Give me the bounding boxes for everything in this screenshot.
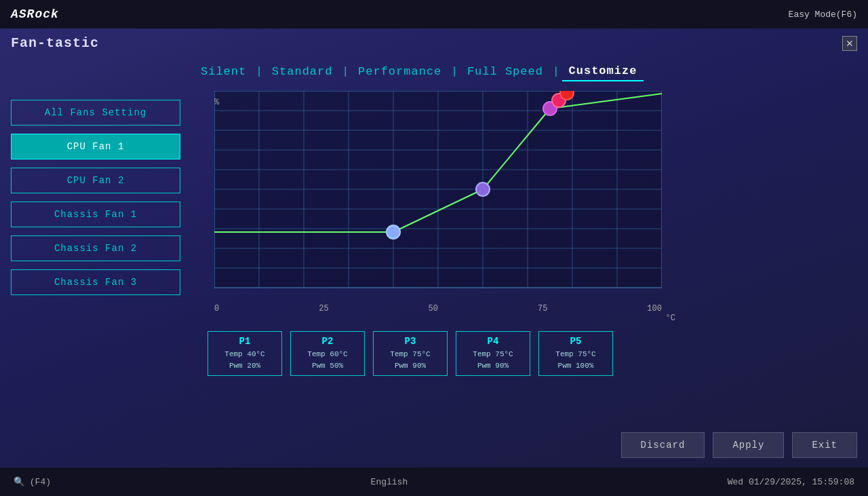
point-p1-name: P1 xyxy=(218,336,272,347)
point-p1[interactable]: P1 Temp 40°CPwm 20% xyxy=(208,331,282,376)
page-title: Fan-tastic xyxy=(11,35,99,51)
x-label-25: 25 xyxy=(319,304,328,313)
point-p2-info: Temp 60°CPwm 50% xyxy=(300,349,355,371)
y-axis-label: % xyxy=(214,98,219,107)
c-label: °C xyxy=(214,313,675,323)
point-p2-name: P2 xyxy=(300,336,355,347)
exit-button[interactable]: Exit xyxy=(792,432,857,458)
point-p4[interactable]: P4 Temp 75°CPwm 90% xyxy=(456,331,530,376)
x-label-100: 100 xyxy=(647,304,662,313)
sidebar-btn-chassis-fan2[interactable]: Chassis Fan 2 xyxy=(11,235,180,261)
top-bar: ASRock Easy Mode(F6) xyxy=(0,0,868,28)
apply-button[interactable]: Apply xyxy=(713,432,784,458)
tab-performance[interactable]: Performance xyxy=(351,62,448,81)
main-content: Fan-tastic ✕ All Fans Setting CPU Fan 1 … xyxy=(0,28,868,468)
point-p5-info: Temp 75°CPwm 100% xyxy=(549,349,603,371)
point-p4-info: Temp 75°CPwm 90% xyxy=(466,349,520,371)
points-row: P1 Temp 40°CPwm 20% P2 Temp 60°CPwm 50% … xyxy=(208,331,857,376)
sidebar-btn-cpu-fan2[interactable]: CPU Fan 2 xyxy=(11,168,180,193)
chart-area: Silent | Standard | Performance | Full S… xyxy=(180,59,857,423)
tab-silent[interactable]: Silent xyxy=(194,62,253,81)
body-area: All Fans Setting CPU Fan 1 CPU Fan 2 Cha… xyxy=(0,54,868,423)
status-bar: 🔍 (F4) English Wed 01/29/2025, 15:59:08 xyxy=(0,468,868,496)
header-row: Fan-tastic ✕ xyxy=(0,28,868,54)
sidebar-btn-chassis-fan1[interactable]: Chassis Fan 1 xyxy=(11,202,180,227)
sidebar-btn-all-fans[interactable]: All Fans Setting xyxy=(11,100,180,126)
graph-container: % xyxy=(214,91,857,323)
point-p3-info: Temp 75°CPwm 90% xyxy=(383,349,437,371)
point-p5-name: P5 xyxy=(549,336,603,347)
language-label[interactable]: English xyxy=(371,477,408,487)
point-p4-name: P4 xyxy=(466,336,520,347)
fan-curve-chart[interactable]: 100 50 0 xyxy=(214,91,662,301)
sidebar: All Fans Setting CPU Fan 1 CPU Fan 2 Cha… xyxy=(11,59,180,423)
easy-mode-label: Easy Mode(F6) xyxy=(789,9,857,20)
x-label-50: 50 xyxy=(429,304,438,313)
point-p1-info: Temp 40°CPwm 20% xyxy=(218,349,272,371)
close-button[interactable]: ✕ xyxy=(842,36,857,51)
point-p3[interactable]: P3 Temp 75°CPwm 90% xyxy=(373,331,448,376)
point-p3-name: P3 xyxy=(383,336,437,347)
x-label-0: 0 xyxy=(214,304,219,313)
tab-customize[interactable]: Customize xyxy=(562,62,644,81)
discard-button[interactable]: Discard xyxy=(621,432,705,458)
mode-tabs: Silent | Standard | Performance | Full S… xyxy=(194,59,857,81)
asrock-logo: ASRock xyxy=(11,7,59,21)
graph-wrapper: % xyxy=(194,91,857,323)
sidebar-btn-cpu-fan1[interactable]: CPU Fan 1 xyxy=(11,134,180,159)
svg-point-34 xyxy=(560,91,574,100)
point-p5[interactable]: P5 Temp 75°CPwm 100% xyxy=(538,331,613,376)
tab-fullspeed[interactable]: Full Speed xyxy=(460,62,550,81)
sidebar-btn-chassis-fan3[interactable]: Chassis Fan 3 xyxy=(11,269,180,295)
search-label[interactable]: 🔍 (F4) xyxy=(14,476,51,487)
datetime-label: Wed 01/29/2025, 15:59:08 xyxy=(728,477,854,487)
svg-point-31 xyxy=(476,183,490,196)
tab-standard[interactable]: Standard xyxy=(265,62,340,81)
action-row: Discard Apply Exit xyxy=(0,423,868,468)
x-label-75: 75 xyxy=(538,304,547,313)
svg-point-30 xyxy=(387,225,400,239)
point-p2[interactable]: P2 Temp 60°CPwm 50% xyxy=(290,331,365,376)
